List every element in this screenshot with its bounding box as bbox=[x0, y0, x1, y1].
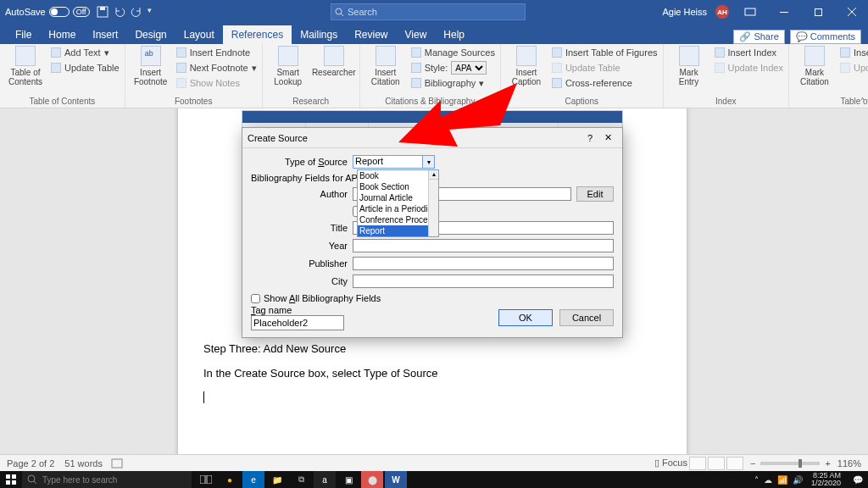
year-label: Year bbox=[251, 241, 353, 251]
tell-me-search[interactable]: Search bbox=[331, 3, 526, 20]
tab-view[interactable]: View bbox=[397, 25, 436, 44]
mark-entry-button[interactable]: Mark Entry bbox=[669, 46, 709, 86]
notifications-icon[interactable]: 💬 bbox=[849, 475, 866, 485]
dialog-close-icon[interactable]: ✕ bbox=[599, 132, 617, 143]
user-name[interactable]: Agie Heiss bbox=[662, 7, 707, 17]
undo-icon[interactable] bbox=[114, 6, 125, 18]
share-button[interactable]: 🔗 Share bbox=[733, 30, 784, 44]
researcher-button[interactable]: Researcher bbox=[314, 46, 354, 77]
table-of-contents-button[interactable]: Table of Contents bbox=[5, 46, 46, 86]
tab-references[interactable]: References bbox=[223, 25, 292, 44]
publisher-input[interactable] bbox=[353, 257, 614, 270]
year-input[interactable] bbox=[353, 239, 614, 252]
taskbar-app[interactable]: ▣ bbox=[337, 471, 359, 488]
type-of-source-label: Type of Source bbox=[285, 157, 348, 167]
zoom-in-icon[interactable]: + bbox=[825, 458, 830, 469]
dropdown-option[interactable]: Book bbox=[358, 170, 438, 181]
dropdown-option-selected[interactable]: Report bbox=[358, 225, 438, 236]
taskbar-app[interactable]: e bbox=[242, 471, 264, 488]
comments-button[interactable]: 💬 Comments bbox=[790, 30, 861, 44]
mark-citation-button[interactable]: Mark Citation bbox=[794, 46, 835, 86]
taskbar-clock[interactable]: 8:25 AM 1/2/2020 bbox=[808, 471, 844, 488]
tray-onedrive-icon[interactable]: ☁ bbox=[764, 475, 772, 485]
start-button[interactable] bbox=[0, 471, 22, 488]
cancel-button[interactable]: Cancel bbox=[559, 309, 614, 326]
tab-home[interactable]: Home bbox=[40, 25, 84, 44]
insert-endnote-button[interactable]: Insert Endnote bbox=[176, 46, 257, 59]
taskbar-app[interactable]: ⬤ bbox=[361, 471, 383, 488]
insert-citation-button[interactable]: Insert Citation bbox=[365, 46, 406, 86]
qat-customize-icon[interactable]: ▾ bbox=[147, 6, 159, 18]
zoom-slider[interactable] bbox=[760, 462, 820, 465]
update-tof-button[interactable]: Update Table bbox=[552, 61, 658, 75]
tab-help[interactable]: Help bbox=[435, 25, 473, 44]
spellcheck-icon[interactable] bbox=[111, 458, 123, 469]
insert-caption-button[interactable]: Insert Caption bbox=[506, 46, 547, 86]
redo-icon[interactable] bbox=[131, 6, 142, 18]
dropdown-scrollbar[interactable]: ▴ bbox=[428, 170, 438, 236]
zoom-level[interactable]: 116% bbox=[837, 458, 861, 469]
tab-file[interactable]: File bbox=[7, 25, 40, 44]
dialog-help-icon[interactable]: ? bbox=[581, 133, 599, 143]
style-selector[interactable]: Style:APA bbox=[411, 61, 495, 75]
focus-mode-button[interactable]: ▯ Focus bbox=[654, 458, 687, 469]
collapse-ribbon-icon[interactable]: ˄ bbox=[860, 97, 865, 106]
manage-sources-button[interactable]: Manage Sources bbox=[411, 46, 495, 59]
user-avatar[interactable]: AH bbox=[715, 5, 729, 19]
print-layout-icon[interactable] bbox=[708, 457, 725, 470]
style-dropdown[interactable]: APA bbox=[451, 61, 487, 75]
close-icon[interactable] bbox=[839, 0, 865, 24]
taskbar-word-app[interactable]: W bbox=[385, 471, 407, 488]
cross-reference-button[interactable]: Cross-reference bbox=[552, 76, 658, 90]
word-count[interactable]: 51 words bbox=[64, 458, 103, 469]
add-text-button[interactable]: Add Text ▾ bbox=[51, 46, 120, 59]
dropdown-option[interactable]: Article in a Periodical bbox=[358, 203, 438, 214]
zoom-out-icon[interactable]: − bbox=[750, 458, 755, 469]
taskbar-app[interactable]: a bbox=[314, 471, 336, 488]
tab-design[interactable]: Design bbox=[126, 25, 175, 44]
smart-lookup-button[interactable]: Smart Lookup bbox=[268, 46, 309, 86]
ribbon-display-options-icon[interactable] bbox=[737, 0, 763, 24]
tab-insert[interactable]: Insert bbox=[84, 25, 126, 44]
city-input[interactable] bbox=[353, 274, 614, 288]
taskbar-app[interactable]: 📁 bbox=[266, 471, 288, 488]
update-toa-button[interactable]: Update Table bbox=[840, 61, 868, 75]
dropdown-option[interactable]: Book Section bbox=[358, 181, 438, 192]
minimize-icon[interactable] bbox=[771, 0, 797, 24]
tray-chevron-icon[interactable]: ˄ bbox=[754, 475, 759, 485]
task-view-icon[interactable] bbox=[195, 471, 217, 488]
dropdown-option[interactable]: Conference Proceedings bbox=[358, 214, 438, 225]
update-index-button[interactable]: Update Index bbox=[715, 61, 783, 75]
next-footnote-button[interactable]: Next Footnote ▾ bbox=[176, 61, 257, 75]
tell-me-placeholder: Search bbox=[348, 7, 377, 17]
read-mode-icon[interactable] bbox=[689, 457, 706, 470]
type-of-source-dropdown[interactable]: Book Book Section Journal Article Articl… bbox=[357, 169, 439, 237]
tab-layout[interactable]: Layout bbox=[175, 25, 223, 44]
taskbar-app[interactable]: ⧉ bbox=[290, 471, 312, 488]
show-notes-button[interactable]: Show Notes bbox=[176, 76, 257, 90]
toggle-off-icon[interactable] bbox=[49, 7, 70, 17]
tab-review[interactable]: Review bbox=[346, 25, 396, 44]
insert-toa-button[interactable]: Insert Table of Authorities bbox=[840, 46, 868, 59]
web-layout-icon[interactable] bbox=[726, 457, 743, 470]
edit-author-button[interactable]: Edit bbox=[576, 186, 614, 202]
save-icon[interactable] bbox=[97, 6, 108, 18]
show-all-fields-checkbox[interactable] bbox=[251, 294, 260, 303]
maximize-icon[interactable] bbox=[805, 0, 831, 24]
svg-marker-7 bbox=[398, 83, 517, 147]
insert-index-button[interactable]: Insert Index bbox=[715, 46, 783, 59]
autosave-toggle[interactable]: AutoSave Off bbox=[5, 7, 90, 17]
taskbar-search[interactable]: Type here to search bbox=[22, 471, 192, 488]
update-table-button[interactable]: Update Table bbox=[51, 61, 120, 75]
tag-name-input[interactable] bbox=[251, 315, 344, 330]
tray-volume-icon[interactable]: 🔊 bbox=[793, 475, 803, 485]
ok-button[interactable]: OK bbox=[498, 309, 553, 326]
page-indicator[interactable]: Page 2 of 2 bbox=[7, 458, 54, 469]
tab-mailings[interactable]: Mailings bbox=[292, 25, 346, 44]
taskbar-app[interactable]: ● bbox=[219, 471, 241, 488]
dropdown-option[interactable]: Journal Article bbox=[358, 192, 438, 203]
insert-tof-button[interactable]: Insert Table of Figures bbox=[552, 46, 658, 59]
tray-network-icon[interactable]: 📶 bbox=[777, 475, 787, 485]
svg-rect-8 bbox=[112, 459, 122, 468]
insert-footnote-button[interactable]: abInsert Footnote bbox=[131, 46, 171, 86]
